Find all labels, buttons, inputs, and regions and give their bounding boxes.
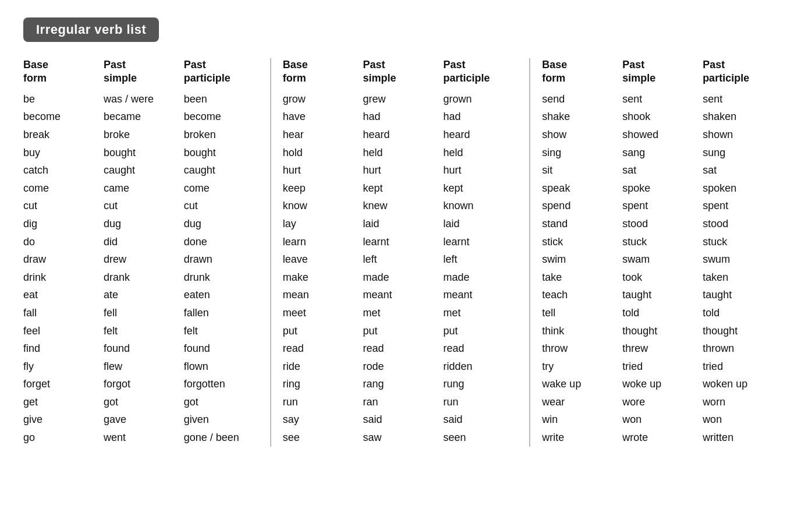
verb-cell: sit	[542, 161, 622, 179]
verb-cell: took	[622, 269, 703, 287]
verb-cell: stuck	[622, 233, 703, 251]
verb-row: cutcutcut	[23, 197, 264, 215]
verb-row: spendspentspent	[542, 197, 783, 215]
verb-cell: met	[363, 304, 444, 322]
verb-cell: written	[703, 429, 783, 447]
verb-row: standstoodstood	[542, 215, 783, 233]
verb-row: makemademade	[283, 269, 524, 287]
verb-cell: done	[184, 233, 264, 251]
verb-cell: grew	[363, 90, 444, 108]
verb-cell: felt	[184, 322, 264, 340]
verb-cell: teach	[542, 286, 622, 304]
verb-cell: drawn	[184, 250, 264, 269]
verb-cell: say	[283, 411, 363, 429]
verb-cell: sent	[622, 90, 703, 108]
verb-row: growgrewgrown	[283, 90, 524, 108]
verb-cell: grow	[283, 90, 363, 108]
verb-cell: learnt	[443, 233, 523, 251]
verb-cell: won	[703, 411, 783, 429]
verb-row: swimswamswum	[542, 250, 783, 269]
verb-cell: win	[542, 411, 622, 429]
verb-cell: shake	[542, 108, 622, 126]
verb-row: saysaidsaid	[283, 411, 524, 429]
verb-cell: throw	[542, 340, 622, 358]
verb-row: wake upwoke upwoken up	[542, 375, 783, 393]
verb-cell: meant	[443, 286, 523, 304]
verb-cell: run	[443, 393, 523, 411]
verb-cell: come	[23, 179, 104, 197]
verb-cell: knew	[363, 197, 444, 215]
verb-cell: caught	[104, 161, 184, 179]
verb-cell: got	[104, 393, 184, 411]
verb-cell: read	[443, 340, 523, 358]
verb-cell: had	[443, 108, 523, 126]
verb-cell: spoke	[622, 179, 703, 197]
verb-cell: see	[283, 429, 363, 447]
verb-row: rideroderidden	[283, 358, 524, 376]
verb-row: laylaidlaid	[283, 215, 524, 233]
verb-cell: find	[23, 340, 104, 358]
verb-cell: spent	[703, 197, 783, 215]
verb-cell: flown	[184, 358, 264, 376]
verb-cell: stick	[542, 233, 622, 251]
verb-row: forgetforgotforgotten	[23, 375, 264, 393]
verb-row: showshowedshown	[542, 126, 783, 144]
verb-cell: eaten	[184, 286, 264, 304]
verb-cell: stuck	[703, 233, 783, 251]
verb-cell: forgot	[104, 375, 184, 393]
verb-cell: saw	[363, 429, 444, 447]
verb-cell: wore	[622, 393, 703, 411]
col-header-2-1: Pastsimple	[622, 58, 703, 86]
verb-cell: cut	[184, 197, 264, 215]
verb-row: flyflewflown	[23, 358, 264, 376]
verb-cell: shaken	[703, 108, 783, 126]
verb-cell: fall	[23, 304, 104, 322]
verb-row: winwonwon	[542, 411, 783, 429]
verb-row: learnlearntlearnt	[283, 233, 524, 251]
verb-cell: was / were	[104, 90, 184, 108]
verb-cell: had	[363, 108, 444, 126]
verb-row: becomebecamebecome	[23, 108, 264, 126]
verb-row: digdugdug	[23, 215, 264, 233]
verb-cell: found	[104, 340, 184, 358]
verb-row: thinkthoughtthought	[542, 322, 783, 340]
verb-cell: break	[23, 126, 104, 144]
verb-cell: met	[443, 304, 523, 322]
verb-cell: drunk	[184, 269, 264, 287]
verb-column-0: BaseformPastsimplePastparticiplebewas / …	[23, 58, 270, 447]
verb-row: bewas / werebeen	[23, 90, 264, 108]
verb-cell: buy	[23, 144, 104, 162]
verb-row: keepkeptkept	[283, 179, 524, 197]
verb-cell: cut	[104, 197, 184, 215]
verb-cell: put	[283, 322, 363, 340]
verb-cell: gave	[104, 411, 184, 429]
verb-cell: taken	[703, 269, 783, 287]
verb-cell: meet	[283, 304, 363, 322]
verb-cell: take	[542, 269, 622, 287]
verb-row: dodiddone	[23, 233, 264, 251]
verb-cell: won	[622, 411, 703, 429]
verb-cell: cut	[23, 197, 104, 215]
verb-cell: learn	[283, 233, 363, 251]
verb-row: runranrun	[283, 393, 524, 411]
verb-cell: gone / been	[184, 429, 264, 447]
verb-cell: spent	[622, 197, 703, 215]
verb-row: gowentgone / been	[23, 429, 264, 447]
verb-cell: thrown	[703, 340, 783, 358]
verb-cell: wear	[542, 393, 622, 411]
verb-cell: rung	[443, 375, 523, 393]
verb-cell: swum	[703, 250, 783, 269]
verb-cell: taught	[622, 286, 703, 304]
verb-cell: go	[23, 429, 104, 447]
verb-cell: woke up	[622, 375, 703, 393]
verb-row: sitsatsat	[542, 161, 783, 179]
verb-row: seesawseen	[283, 429, 524, 447]
verb-row: hearheardheard	[283, 126, 524, 144]
verb-cell: broken	[184, 126, 264, 144]
verb-cell: mean	[283, 286, 363, 304]
verb-cell: tell	[542, 304, 622, 322]
verb-row: teachtaughttaught	[542, 286, 783, 304]
verb-column-2: BaseformPastsimplePastparticiplesendsent…	[529, 58, 789, 447]
verb-cell: known	[443, 197, 523, 215]
verb-cell: run	[283, 393, 363, 411]
